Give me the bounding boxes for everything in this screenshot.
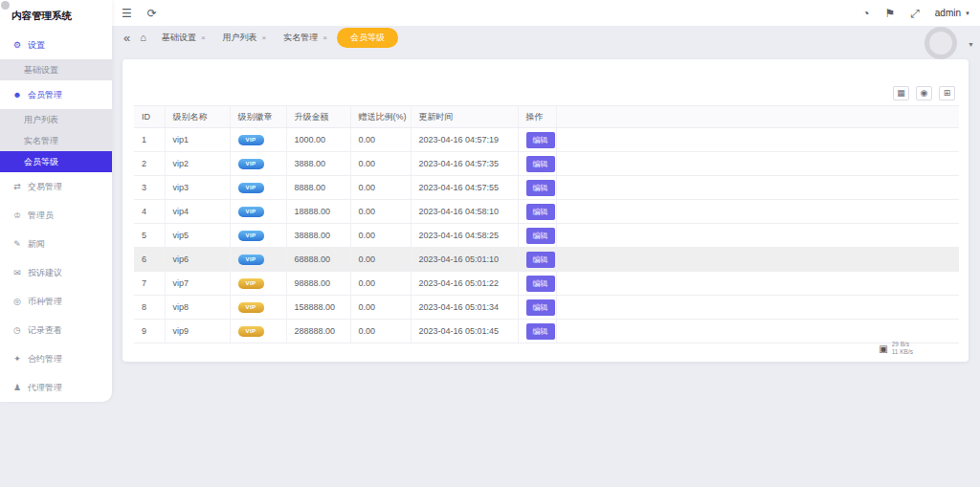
tab-user-list[interactable]: 用户列表× <box>215 29 275 47</box>
edit-button[interactable]: 编辑 <box>526 252 555 268</box>
vip-badge-icon: VIP <box>238 302 264 313</box>
edit-button[interactable]: 编辑 <box>526 180 555 196</box>
cell-amount: 1000.00 <box>286 128 350 152</box>
cell-filler <box>556 200 959 224</box>
cell-badge: VIP <box>230 248 286 272</box>
admin-dropdown[interactable]: admin ▼ <box>935 8 970 18</box>
cell-amount: 38888.00 <box>286 224 350 248</box>
chevron-down-icon: ▼ <box>965 11 970 16</box>
tab-label: 用户列表 <box>223 32 257 44</box>
table-row: 8vip8VIP158888.000.002023-04-16 05:01:34… <box>134 296 959 320</box>
print-icon[interactable]: ⊞ <box>939 86 955 100</box>
tab-label: 基础设置 <box>162 32 196 44</box>
tab-realname-management[interactable]: 实名管理× <box>276 29 335 47</box>
edit-button[interactable]: 编辑 <box>526 204 555 220</box>
vip-badge-icon: VIP <box>238 183 264 193</box>
cell-id: 4 <box>134 200 165 224</box>
sidebar-item-feedback[interactable]: ✉投诉建议 <box>0 258 112 287</box>
tabbar: « ⌂ 基础设置×用户列表×实名管理×会员等级 <box>112 26 980 49</box>
column-header: 更新时间 <box>411 106 518 128</box>
news-icon: ✎ <box>12 239 22 249</box>
column-header: ID <box>134 106 165 128</box>
avatar-chevron-icon[interactable]: ▼ <box>968 41 974 48</box>
edit-button[interactable]: 编辑 <box>526 228 555 244</box>
cell-updated: 2023-04-16 04:58:10 <box>411 200 518 224</box>
tab-close-icon[interactable]: × <box>262 33 267 42</box>
admin-label: admin <box>935 8 961 18</box>
cell-ratio: 0.00 <box>350 272 411 296</box>
cell-ratio: 0.00 <box>350 200 411 224</box>
table-row: 7vip7VIP98888.000.002023-04-16 05:01:22编… <box>134 272 959 296</box>
sidebar-menu: ⚙设置基础设置☻会员管理用户列表实名管理会员等级⇄交易管理♔管理员✎新闻✉投诉建… <box>0 31 112 402</box>
column-header: 赠送比例(%) <box>350 106 411 128</box>
cell-name: vip7 <box>165 272 230 296</box>
tab-list: 基础设置×用户列表×实名管理×会员等级 <box>154 28 398 48</box>
user-icon[interactable]: ◉ <box>916 86 932 100</box>
collapse-tabs-icon[interactable]: « <box>123 31 130 45</box>
home-icon[interactable]: ⌂ <box>140 32 146 43</box>
tab-close-icon[interactable]: × <box>323 33 327 42</box>
sidebar-item-member-level[interactable]: 会员等级 <box>0 151 112 172</box>
edit-button[interactable]: 编辑 <box>526 299 555 316</box>
cell-amount: 288888.00 <box>286 320 350 343</box>
sidebar-item-member-management[interactable]: ☻会员管理 <box>0 80 112 109</box>
column-header: 操作 <box>518 106 556 128</box>
table-header-row: ID级别名称级别徽章升级金额赠送比例(%)更新时间操作 <box>134 106 959 128</box>
sidebar-item-label: 交易管理 <box>28 181 62 193</box>
avatar[interactable] <box>924 27 957 59</box>
sidebar-item-currency-management[interactable]: ◎币种管理 <box>0 287 112 316</box>
cell-id: 2 <box>134 152 165 176</box>
cell-amount: 18888.00 <box>286 200 350 224</box>
sidebar-item-settings[interactable]: ⚙设置 <box>0 31 112 59</box>
sidebar-item-label: 实名管理 <box>24 135 58 147</box>
sidebar-item-realname-management[interactable]: 实名管理 <box>0 130 112 151</box>
tab-member-level[interactable]: 会员等级 <box>337 28 398 48</box>
table-row: 4vip4VIP18888.000.002023-04-16 04:58:10编… <box>134 200 959 224</box>
sidebar-item-label: 投诉建议 <box>28 267 62 279</box>
cell-filler <box>556 248 959 272</box>
cell-updated: 2023-04-16 04:57:35 <box>411 152 518 176</box>
tab-label: 会员等级 <box>350 32 385 44</box>
menu-toggle-icon[interactable]: ☰ <box>122 8 132 19</box>
edit-button[interactable]: 编辑 <box>526 156 555 172</box>
sidebar-item-label: 会员管理 <box>28 89 62 101</box>
sidebar-item-user-list[interactable]: 用户列表 <box>0 109 112 130</box>
tab-basic-settings[interactable]: 基础设置× <box>154 29 213 47</box>
sidebar-item-administrator[interactable]: ♔管理员 <box>0 201 112 230</box>
cell-name: vip9 <box>165 320 230 343</box>
cell-badge: VIP <box>230 200 286 224</box>
sidebar-item-label: 合约管理 <box>28 353 62 365</box>
edit-button[interactable]: 编辑 <box>526 276 555 292</box>
refresh-icon[interactable]: ⟳ <box>147 8 157 19</box>
logo <box>1 1 10 10</box>
cell-badge: VIP <box>230 272 286 296</box>
sidebar-item-transaction-management[interactable]: ⇄交易管理 <box>0 172 112 201</box>
cell-updated: 2023-04-16 05:01:45 <box>411 320 518 343</box>
cell-badge: VIP <box>230 296 286 320</box>
contract-icon: ✦ <box>12 354 22 364</box>
cell-ratio: 0.00 <box>350 152 411 176</box>
edit-button[interactable]: 编辑 <box>526 132 555 148</box>
tag-icon[interactable]: ⚑ <box>884 8 895 19</box>
edit-button[interactable]: 编辑 <box>526 323 555 340</box>
sidebar-item-label: 管理员 <box>28 210 54 222</box>
dashboard-icon[interactable]: ◔ <box>862 8 869 19</box>
sidebar-item-agent-management[interactable]: ♟代理管理 <box>0 373 112 402</box>
cell-filler <box>556 128 959 152</box>
sidebar-item-basic-settings[interactable]: 基础设置 <box>0 59 112 80</box>
cell-ratio: 0.00 <box>350 320 411 343</box>
sidebar-item-contract-management[interactable]: ✦合约管理 <box>0 344 112 373</box>
fullscreen-icon[interactable]: ⤢ <box>910 8 920 19</box>
table-row: 5vip5VIP38888.000.002023-04-16 04:58:25编… <box>134 224 959 248</box>
sidebar-item-news[interactable]: ✎新闻 <box>0 230 112 258</box>
cell-filler <box>556 224 959 248</box>
cell-id: 1 <box>134 128 165 152</box>
vip-badge-icon: VIP <box>238 231 264 241</box>
tab-close-icon[interactable]: × <box>201 33 206 42</box>
cell-filler <box>556 176 959 200</box>
member-level-table: ID级别名称级别徽章升级金额赠送比例(%)更新时间操作 1vip1VIP1000… <box>134 105 959 343</box>
sidebar-item-record-view[interactable]: ◷记录查看 <box>0 316 112 344</box>
cell-badge: VIP <box>230 152 286 176</box>
cell-filler <box>556 152 959 176</box>
columns-icon[interactable]: ▦ <box>893 86 909 100</box>
